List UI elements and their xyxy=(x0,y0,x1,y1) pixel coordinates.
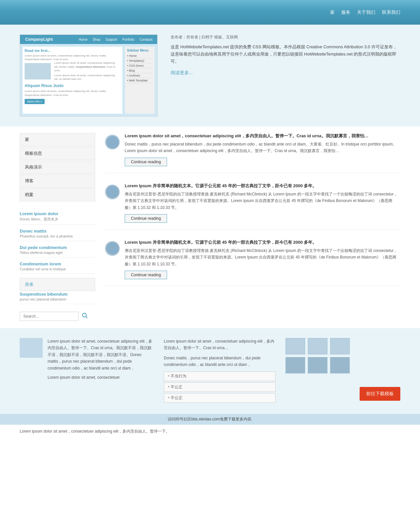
sidebar-link-title-5[interactable]: Suspendisse bibendum xyxy=(20,292,68,297)
sidebar-link-sub-4: Curabitur vel urna in tristique xyxy=(20,267,95,271)
sidebar-item-templates[interactable]: 模板信息 xyxy=(20,147,95,160)
avatar-inner-2 xyxy=(106,186,119,198)
footer-list-item-3[interactable]: 不公正 xyxy=(164,393,276,403)
hero-read-more-link[interactable]: 阅读更多... xyxy=(171,70,193,75)
post-body-1: Donec mattis，purus nec placerat bibendum… xyxy=(125,141,400,154)
sidebar-link-5: Suspendisse bibendum purus nec placerat … xyxy=(20,292,95,304)
footer-col1-text: Lorem ipsum dolor sit amet, consectetuer… xyxy=(48,338,154,372)
sidebar-item-home[interactable]: 家 xyxy=(20,133,95,146)
post-body-3: 弗吉尼亚州汉普登-悉尼学院的拉丁语教授理查德 麦克林托克 (Richard Mc… xyxy=(125,247,400,267)
search-icon xyxy=(81,312,88,319)
post-title-2: Lorem Ipsum 并非简单的随机文本。它源于公元前 45 年的一部古典拉丁… xyxy=(125,183,400,189)
svg-point-0 xyxy=(82,313,86,317)
mock-sidebar-title: Sidebar Menu xyxy=(127,49,153,52)
post-avatar-2 xyxy=(105,185,120,199)
mock-nav: Home xyxy=(77,37,90,42)
sidebar-links: Lorem ipsum dolor Donec libero。悬而未决 Done… xyxy=(20,211,95,304)
nav-home[interactable]: 家 xyxy=(330,10,335,15)
mock-sidebar-item: • Home xyxy=(127,54,153,58)
page-header: 家 服务 关于我们 联系我们 xyxy=(0,0,420,25)
post-avatar-3 xyxy=(105,241,120,256)
footer-col2-sub: Donec mattis，purus nec placerat bibendum… xyxy=(164,355,276,368)
mock-lorem: Lorem ipsum dolor sit amet, consectetuer… xyxy=(25,54,120,61)
nav-services[interactable]: 服务 xyxy=(341,10,350,15)
sidebar-item-archives[interactable]: 档案 xyxy=(20,188,95,201)
search-input[interactable] xyxy=(20,312,79,321)
sidebar-link-1: Lorem ipsum dolor Donec libero。悬而未决 xyxy=(20,211,95,225)
continue-reading-2[interactable]: Continue reading xyxy=(125,214,167,223)
sidebar-link-title-1[interactable]: Lorem ipsum dolor xyxy=(20,211,58,216)
sidebar-item-styles[interactable]: 风格演示 xyxy=(20,161,95,174)
download-button[interactable]: 前往下载模板 xyxy=(360,387,400,401)
sidebar-link-sub-1: Donec libero。悬而未决 xyxy=(20,217,95,222)
sidebar-link-title-4[interactable]: Condimentum lorem xyxy=(20,261,61,266)
footer-col1: Lorem ipsum dolor sit amet, consectetuer… xyxy=(20,338,154,404)
thumb-row-1 xyxy=(285,338,350,354)
post-content-3: Lorem Ipsum 并非简单的随机文本。它源于公元前 45 年的一部古典拉丁… xyxy=(125,239,400,279)
thumb-4 xyxy=(285,357,305,373)
hero-screenshot: CompanyLight Home Shop Support Portfolio… xyxy=(20,34,158,117)
thumb-5 xyxy=(308,357,327,373)
hero-text-content: 发布者：所有者 | 归档于 模板、互联网 这是 HotWebsiteTempla… xyxy=(171,34,400,76)
mock-title: CompanyLight xyxy=(23,37,53,42)
continue-reading-3[interactable]: Continue reading xyxy=(125,271,167,279)
footer-col2: Lorem ipsum dolor sit amet，consectetuer … xyxy=(164,338,276,404)
mock-nav: Support xyxy=(104,37,119,42)
mock-aliquam: Aliquam Risus Justo xyxy=(25,83,120,88)
footer-thumb-image xyxy=(20,338,43,404)
mock-sidebar-item: • Archives xyxy=(127,73,153,78)
sidebar-link-sub-3: Tellus eleifend magna eget xyxy=(20,251,95,255)
thumb-6 xyxy=(330,357,350,373)
main-nav: 家 服务 关于我们 联系我们 xyxy=(330,10,400,15)
footer-col2-text: Lorem ipsum dolor sit amet，consectetuer … xyxy=(164,338,276,351)
nav-contact[interactable]: 联系我们 xyxy=(382,10,400,15)
hero-meta: 发布者：所有者 | 归档于 模板、互联网 xyxy=(171,34,400,40)
mock-nav: Portfolio xyxy=(120,37,136,42)
post-1: Lorem ipsum dolor sit amet，consectetuer … xyxy=(105,133,400,173)
search-button[interactable] xyxy=(79,311,91,322)
mock-nav: Shop xyxy=(91,37,102,42)
sidebar-link-sub-5: purus nec placerat bibendum xyxy=(20,297,95,301)
main-content: 家 模板信息 风格演示 博客 档案 Lorem ipsum dolor Done… xyxy=(0,126,420,328)
thumb-3 xyxy=(330,338,350,354)
hero-section: CompanyLight Home Shop Support Portfolio… xyxy=(0,25,420,126)
posts-area: Lorem ipsum dolor sit amet，consectetuer … xyxy=(105,133,400,322)
sidebar-link-title-3[interactable]: Dui pede condimentum xyxy=(20,245,67,250)
nav-about[interactable]: 关于我们 xyxy=(357,10,375,15)
post-content-1: Lorem ipsum dolor sit amet，consectetuer … xyxy=(125,133,400,166)
post-content-2: Lorem Ipsum 并非简单的随机文本。它源于公元前 45 年的一部古典拉丁… xyxy=(125,183,400,223)
mock-sidebar-item: • Template(s) xyxy=(127,58,153,63)
avatar-inner-1 xyxy=(106,136,119,148)
watermark-text: 访问同号社区bbs.xieniao.com免费下载更多内容. xyxy=(168,417,252,421)
search-box xyxy=(20,311,95,322)
post-3: Lorem Ipsum 并非简单的随机文本。它源于公元前 45 年的一部古典拉丁… xyxy=(105,239,400,286)
sidebar-item-blog[interactable]: 博客 xyxy=(20,174,95,188)
footer-section: Lorem ipsum dolor sit amet, consectetuer… xyxy=(0,328,420,414)
continue-reading-1[interactable]: Continue reading xyxy=(125,158,167,166)
sidebar: 家 模板信息 风格演示 博客 档案 Lorem ipsum dolor Done… xyxy=(20,133,95,322)
hero-description: 这是 HotWebsiteTemplates.net 提供的免费 CSS 网站模… xyxy=(171,43,400,65)
sidebar-special-yanque[interactable]: 燕雀 xyxy=(20,278,95,291)
mock-sidebar-item: • Web Template xyxy=(127,78,153,83)
mock-sidebar-item: • CSS Demo xyxy=(127,63,153,68)
thumb-1 xyxy=(285,338,305,354)
footer-list-item-1[interactable]: 不当行为 xyxy=(164,372,276,381)
mock-read-me: Read me first... xyxy=(25,49,120,53)
footer-thumbnail xyxy=(20,338,43,358)
footer-bottom-text: Lorem ipsum dolor sit amet，consectetuer … xyxy=(0,425,420,438)
post-title-3: Lorem Ipsum 并非简单的随机文本。它源于公元前 45 年的一部古典拉丁… xyxy=(125,239,400,245)
sidebar-menu: 家 模板信息 风格演示 博客 档案 xyxy=(20,133,95,201)
sidebar-link-3: Dui pede condimentum Tellus eleifend mag… xyxy=(20,245,95,258)
svg-line-1 xyxy=(86,317,88,318)
footer-list-item-2[interactable]: 不公正 xyxy=(164,382,276,392)
thumb-row-2 xyxy=(285,357,350,373)
post-2: Lorem Ipsum 并非简单的随机文本。它源于公元前 45 年的一部古典拉丁… xyxy=(105,183,400,230)
sidebar-link-title-2[interactable]: Donec mattis xyxy=(20,229,47,234)
sidebar-link-4: Condimentum lorem Curabitur vel urna in … xyxy=(20,261,95,274)
download-wrap: 前往下载模板 xyxy=(360,338,400,404)
mock-nav: Contacts xyxy=(138,37,155,42)
sidebar-link-sub-2: Phasellus suscipit, leo a pharetra xyxy=(20,234,95,238)
mock-more-btn: More info » xyxy=(25,99,45,104)
watermark-bar: 访问同号社区bbs.xieniao.com免费下载更多内容. xyxy=(0,414,420,425)
thumb-2 xyxy=(308,338,327,354)
